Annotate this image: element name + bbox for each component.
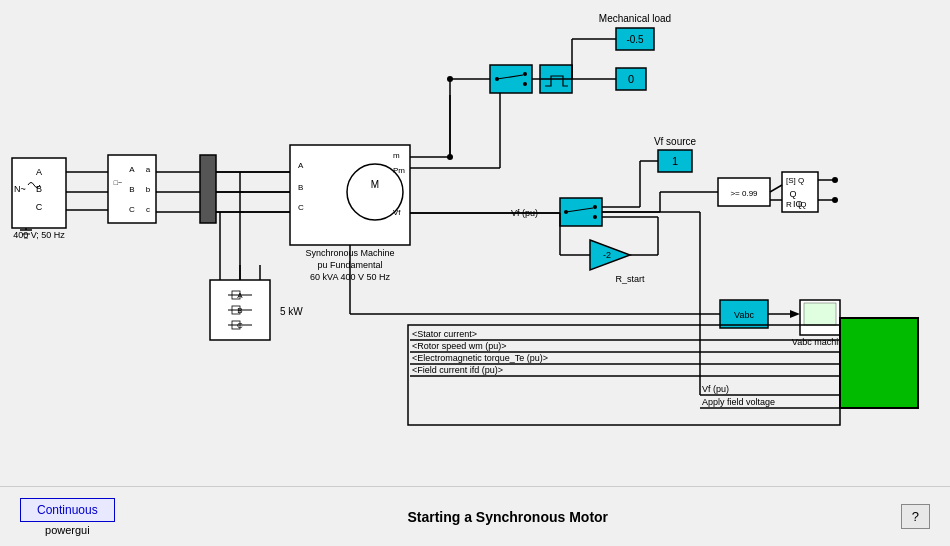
svg-marker-126	[790, 310, 800, 318]
svg-text:<Electromagnetic torque_Te (pu: <Electromagnetic torque_Te (pu)>	[412, 353, 548, 363]
svg-text:Vabc: Vabc	[734, 310, 754, 320]
svg-point-122	[832, 197, 838, 203]
svg-text:R: R	[786, 200, 792, 209]
svg-text:-2: -2	[603, 250, 611, 260]
svg-point-149	[447, 154, 453, 160]
svg-text:<Stator current>: <Stator current>	[412, 329, 477, 339]
svg-point-72	[523, 72, 527, 76]
powergui-block: Continuous powergui	[20, 498, 115, 536]
svg-text:[S]: [S]	[786, 176, 796, 185]
svg-point-91	[593, 215, 597, 219]
svg-text:c: c	[146, 205, 150, 214]
svg-rect-128	[804, 303, 836, 325]
powergui-label: powergui	[45, 524, 90, 536]
svg-text:C: C	[36, 202, 43, 212]
svg-point-89	[593, 205, 597, 209]
svg-text:>= 0.99: >= 0.99	[730, 189, 758, 198]
svg-text:b: b	[146, 185, 151, 194]
diagram-svg: A N~ B C 400 V; 50 Hz A □~ B C a b c	[0, 0, 950, 546]
svg-text:B: B	[36, 184, 42, 194]
main-canvas: A N~ B C 400 V; 50 Hz A □~ B C a b c	[0, 0, 950, 546]
svg-text:5 kW: 5 kW	[280, 306, 303, 317]
svg-text:m: m	[393, 151, 400, 160]
svg-text:B: B	[129, 185, 134, 194]
svg-point-148	[447, 76, 453, 82]
svg-text:R_start: R_start	[615, 274, 645, 284]
svg-text:Q: Q	[798, 176, 804, 185]
svg-text:IQ: IQ	[798, 200, 806, 209]
svg-text:C: C	[129, 205, 135, 214]
svg-point-74	[523, 82, 527, 86]
svg-line-117	[770, 185, 782, 192]
svg-text:M: M	[371, 179, 379, 190]
svg-text:C: C	[298, 203, 304, 212]
svg-text:<Rotor speed  wm (pu)>: <Rotor speed wm (pu)>	[412, 341, 507, 351]
svg-rect-130	[840, 318, 918, 408]
svg-text:A: A	[129, 165, 135, 174]
svg-text:Vf (pu): Vf (pu)	[702, 384, 729, 394]
svg-point-121	[832, 177, 838, 183]
svg-text:0: 0	[628, 73, 634, 85]
bottom-bar: Continuous powergui Starting a Synchrono…	[0, 486, 950, 546]
svg-text:A: A	[36, 167, 42, 177]
help-button[interactable]: ?	[901, 504, 930, 529]
svg-text:Vf: Vf	[393, 208, 401, 217]
svg-text:a: a	[146, 165, 151, 174]
svg-text:Apply field voltage: Apply field voltage	[702, 397, 775, 407]
svg-text:<Field current  ifd (pu)>: <Field current ifd (pu)>	[412, 365, 503, 375]
continuous-button[interactable]: Continuous	[20, 498, 115, 522]
svg-text:Pm: Pm	[393, 166, 405, 175]
svg-text:A: A	[298, 161, 304, 170]
svg-text:Vf source: Vf source	[654, 136, 697, 147]
svg-text:Mechanical load: Mechanical load	[599, 13, 671, 24]
svg-text:N~: N~	[14, 184, 26, 194]
svg-text:□~: □~	[114, 179, 122, 186]
diagram-title: Starting a Synchronous Motor	[407, 509, 608, 525]
svg-rect-24	[200, 155, 216, 223]
svg-text:400 V; 50 Hz: 400 V; 50 Hz	[13, 230, 65, 240]
svg-text:1: 1	[672, 155, 678, 167]
svg-text:B: B	[298, 183, 303, 192]
svg-text:Q: Q	[789, 189, 796, 199]
svg-text:-0.5: -0.5	[626, 34, 644, 45]
